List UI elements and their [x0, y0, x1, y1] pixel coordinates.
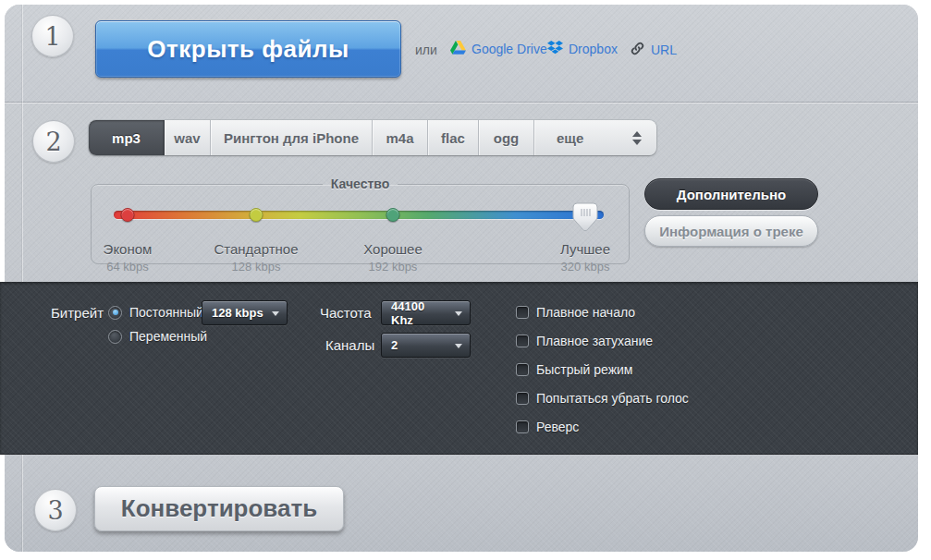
- frequency-select-value: 44100 Khz: [391, 299, 449, 327]
- checkbox-icon: [516, 306, 529, 319]
- frequency-label: Частота: [320, 305, 372, 321]
- tab-m4a[interactable]: m4a: [373, 120, 428, 155]
- format-tab-bar: mp3 wav Рингтон для iPhone m4a flac ogg …: [89, 120, 656, 155]
- step-2-number: 2: [45, 128, 61, 156]
- dropbox-icon: [547, 41, 563, 57]
- frequency-select[interactable]: 44100 Khz: [381, 300, 471, 325]
- step-1-number: 1: [44, 22, 60, 51]
- checkbox-icon: [516, 392, 529, 405]
- bitrate-constant-radio[interactable]: Постоянный: [108, 305, 203, 320]
- reverse-checkbox[interactable]: Реверс: [516, 420, 579, 434]
- bitrate-constant-label: Постоянный: [129, 305, 203, 320]
- step-1-badge: 1: [31, 15, 74, 57]
- fast-mode-label: Быстрый режим: [536, 362, 632, 377]
- step-2-badge: 2: [32, 120, 75, 163]
- dropbox-link[interactable]: Dropbox: [547, 41, 618, 57]
- tab-mp3[interactable]: mp3: [89, 120, 165, 155]
- quality-label-best: Лучшее 320 kbps: [560, 241, 610, 274]
- channels-select-value: 2: [391, 338, 398, 352]
- step-3-number: 3: [47, 496, 63, 525]
- quality-label-standard: Стандартное 128 kbps: [214, 241, 298, 274]
- tab-more-label: еще: [557, 130, 583, 146]
- remove-voice-checkbox[interactable]: Попытаться убрать голос: [516, 391, 689, 406]
- chevron-down-icon: [455, 344, 462, 348]
- fade-in-checkbox[interactable]: Плавное начало: [516, 305, 635, 320]
- bitrate-variable-radio[interactable]: Переменный: [108, 329, 207, 344]
- audio-converter-app: 1 Открыть файлы или Google Drive: [0, 0, 931, 560]
- quality-slider-track[interactable]: [114, 211, 604, 219]
- tab-wav[interactable]: wav: [165, 120, 211, 155]
- quality-slider-thumb[interactable]: [572, 202, 598, 239]
- google-drive-link[interactable]: Google Drive: [450, 41, 547, 57]
- checkbox-icon: [516, 363, 529, 376]
- radio-selected-icon: [108, 306, 122, 320]
- advanced-settings-button[interactable]: Дополнительно: [644, 178, 818, 210]
- convert-button[interactable]: Конвертировать: [94, 486, 344, 531]
- fade-out-checkbox[interactable]: Плавное затухание: [516, 334, 653, 348]
- checkbox-icon: [516, 335, 529, 347]
- quality-stop-good[interactable]: [386, 208, 400, 222]
- tab-more-formats[interactable]: еще: [534, 120, 656, 155]
- google-drive-icon: [450, 41, 466, 57]
- url-label: URL: [651, 42, 677, 58]
- fade-out-label: Плавное затухание: [536, 334, 653, 348]
- bitrate-label: Битрейт: [51, 305, 104, 321]
- fade-in-label: Плавное начало: [536, 305, 635, 320]
- fast-mode-checkbox[interactable]: Быстрый режим: [516, 362, 632, 377]
- bitrate-variable-label: Переменный: [129, 329, 207, 344]
- step-3-badge: 3: [34, 489, 77, 531]
- quality-label-economy: Эконом 64 kbps: [104, 241, 153, 274]
- dropbox-label: Dropbox: [569, 41, 618, 57]
- bitrate-select[interactable]: 128 kbps: [202, 300, 288, 325]
- channels-label: Каналы: [325, 337, 374, 353]
- tab-iphone-ringtone[interactable]: Рингтон для iPhone: [211, 120, 373, 155]
- chevron-down-icon: [272, 311, 279, 316]
- quality-legend: Качество: [323, 177, 398, 191]
- google-drive-label: Google Drive: [472, 41, 547, 57]
- tab-ogg[interactable]: ogg: [479, 120, 534, 155]
- url-link[interactable]: URL: [630, 41, 677, 59]
- checkbox-icon: [516, 420, 529, 433]
- chevron-down-icon: [455, 311, 462, 316]
- track-info-button[interactable]: Информация о треке: [644, 215, 818, 247]
- quality-stop-economy[interactable]: [121, 208, 135, 222]
- tab-flac[interactable]: flac: [428, 120, 479, 155]
- bitrate-select-value: 128 kbps: [212, 306, 263, 320]
- link-icon: [630, 41, 645, 59]
- open-files-button[interactable]: Открыть файлы: [95, 20, 401, 78]
- quality-fieldset: Качество Эконом 64 kbps: [91, 177, 630, 264]
- updown-arrows-icon: [632, 131, 642, 145]
- channels-select[interactable]: 2: [381, 333, 471, 358]
- or-label: или: [415, 43, 437, 57]
- remove-voice-label: Попытаться убрать голос: [536, 391, 689, 406]
- radio-unselected-icon: [108, 330, 122, 344]
- reverse-label: Реверс: [536, 420, 579, 434]
- quality-stop-standard[interactable]: [250, 208, 263, 222]
- quality-label-good: Хорошее 192 kbps: [363, 241, 423, 274]
